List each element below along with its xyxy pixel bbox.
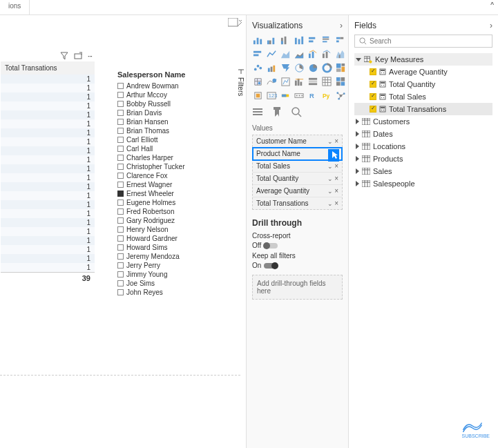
search-input[interactable]	[370, 37, 488, 45]
checkbox-icon[interactable]	[117, 137, 124, 143]
table-row[interactable]: 1	[1, 200, 95, 209]
format-tab-icon[interactable]	[271, 106, 282, 117]
slicer-visual[interactable]: Salesperson Name Andrew BowmanArthur Mcc…	[117, 70, 228, 297]
collapse-viz-icon[interactable]: ›	[340, 21, 343, 30]
remove-icon[interactable]: ×	[334, 199, 338, 207]
chevron-right-icon[interactable]	[356, 156, 359, 162]
table-row[interactable]: 1	[1, 146, 95, 155]
table-row[interactable]: 1	[1, 236, 95, 245]
collapse-caret-icon[interactable]: ^	[490, 1, 494, 9]
filter-icon[interactable]	[60, 52, 68, 60]
table-row[interactable]: 1	[1, 75, 95, 84]
checkbox-icon[interactable]	[117, 101, 124, 107]
viz-type-icon[interactable]: Py	[321, 90, 332, 101]
viz-type-icon[interactable]	[321, 76, 332, 87]
fields-tab-icon[interactable]	[252, 106, 263, 117]
viz-type-icon[interactable]: 123	[266, 90, 277, 101]
slicer-item[interactable]: Charles Harper	[117, 153, 228, 162]
viz-type-icon[interactable]	[252, 48, 263, 59]
viz-type-icon[interactable]	[280, 35, 291, 46]
table-row[interactable]: 1	[1, 119, 95, 128]
field-well-item[interactable]: Customer Name⌄×	[253, 135, 342, 148]
chevron-down-icon[interactable]: ⌄	[327, 163, 333, 170]
viz-type-icon[interactable]	[266, 35, 277, 46]
checkbox-icon[interactable]	[117, 182, 124, 188]
viz-type-icon[interactable]	[266, 76, 277, 87]
viz-type-icon[interactable]	[307, 62, 318, 73]
viz-type-icon[interactable]	[321, 62, 332, 73]
viz-type-icon[interactable]	[280, 76, 291, 87]
fields-table[interactable]: Customers	[354, 115, 492, 128]
viz-type-icon[interactable]	[321, 48, 332, 59]
remove-icon[interactable]: ×	[334, 137, 338, 145]
fields-item[interactable]: Average Quantity	[354, 66, 492, 78]
slicer-item[interactable]: Ernest Wheeler	[117, 189, 228, 198]
viz-type-icon[interactable]	[252, 35, 263, 46]
viz-type-icon[interactable]	[294, 35, 305, 46]
table-row[interactable]: 1	[1, 128, 95, 137]
cross-report-toggle[interactable]: Off	[252, 242, 278, 249]
report-tab[interactable]: ions	[0, 0, 30, 14]
viz-type-icon[interactable]	[280, 48, 291, 59]
checkbox-icon[interactable]	[370, 68, 376, 75]
checkbox-icon[interactable]	[117, 208, 124, 215]
chevron-down-icon[interactable]: ⌄	[327, 150, 333, 157]
table-row[interactable]: 1	[1, 245, 95, 254]
report-canvas[interactable]: Filters ··· Total Transations 1111111111…	[0, 15, 247, 448]
field-well-item[interactable]: Product Name⌄×	[253, 148, 342, 160]
chevron-right-icon[interactable]	[356, 181, 359, 186]
viz-type-icon[interactable]	[307, 35, 318, 46]
checkbox-icon[interactable]	[117, 128, 124, 134]
field-well-item[interactable]: Total Quantity⌄×	[253, 173, 342, 185]
slicer-item[interactable]: Jimmy Young	[117, 270, 228, 279]
table-row[interactable]: 1	[1, 155, 95, 164]
checkbox-icon[interactable]	[370, 81, 376, 88]
slicer-item[interactable]: Henry Nelson	[117, 225, 228, 234]
more-icon[interactable]: ···	[88, 52, 92, 60]
table-row[interactable]: 1	[1, 209, 95, 218]
slicer-item[interactable]: Howard Sims	[117, 243, 228, 252]
fields-table[interactable]: Sales	[354, 165, 492, 177]
table-row[interactable]: 1	[1, 101, 95, 110]
checkbox-icon[interactable]	[117, 155, 124, 161]
table-row[interactable]: 1	[1, 254, 95, 263]
table-row[interactable]: 1	[1, 263, 95, 272]
fields-table[interactable]: Key Measures	[354, 53, 492, 66]
chevron-right-icon[interactable]	[356, 131, 359, 137]
slicer-item[interactable]: Howard Gardner	[117, 234, 228, 243]
fields-item[interactable]: Total Quantity	[354, 78, 492, 90]
checkbox-icon[interactable]	[117, 173, 124, 179]
checkbox-icon[interactable]	[117, 199, 124, 206]
visual-dropdown-icon[interactable]	[228, 18, 242, 28]
slicer-item[interactable]: Bobby Russell	[117, 99, 228, 108]
table-row[interactable]: 1	[1, 182, 95, 191]
fields-table[interactable]: Dates	[354, 128, 492, 140]
table-row[interactable]: 1	[1, 227, 95, 236]
viz-type-icon[interactable]	[294, 62, 305, 73]
focus-icon[interactable]	[74, 52, 82, 60]
viz-type-icon[interactable]	[280, 90, 291, 101]
viz-type-icon[interactable]	[307, 76, 318, 87]
viz-type-icon[interactable]	[252, 62, 263, 73]
slicer-item[interactable]: Eugene Holmes	[117, 198, 228, 207]
viz-type-icon[interactable]	[266, 62, 277, 73]
table-row[interactable]: 1	[1, 137, 95, 146]
remove-icon[interactable]: ×	[334, 150, 338, 157]
table-row[interactable]: 1	[1, 110, 95, 119]
remove-icon[interactable]: ×	[334, 162, 338, 170]
filters-collapsed-tab[interactable]: Filters	[236, 64, 246, 100]
collapse-fields-icon[interactable]: ›	[490, 21, 492, 30]
slicer-item[interactable]: Brian Hansen	[117, 117, 228, 126]
checkbox-icon[interactable]	[117, 110, 124, 116]
checkbox-icon[interactable]	[117, 83, 124, 89]
fields-table[interactable]: Salespeople	[354, 177, 492, 190]
viz-type-icon[interactable]: R	[307, 90, 318, 101]
slicer-item[interactable]: Andrew Bowman	[117, 81, 228, 90]
checkbox-icon[interactable]	[117, 217, 124, 224]
drill-drop-zone[interactable]: Add drill-through fields here	[252, 275, 343, 300]
slicer-item[interactable]: Ernest Wagner	[117, 180, 228, 189]
chevron-down-icon[interactable]	[356, 58, 361, 61]
checkbox-icon[interactable]	[117, 92, 124, 98]
checkbox-icon[interactable]	[370, 93, 376, 100]
slicer-item[interactable]: Fred Robertson	[117, 207, 228, 216]
